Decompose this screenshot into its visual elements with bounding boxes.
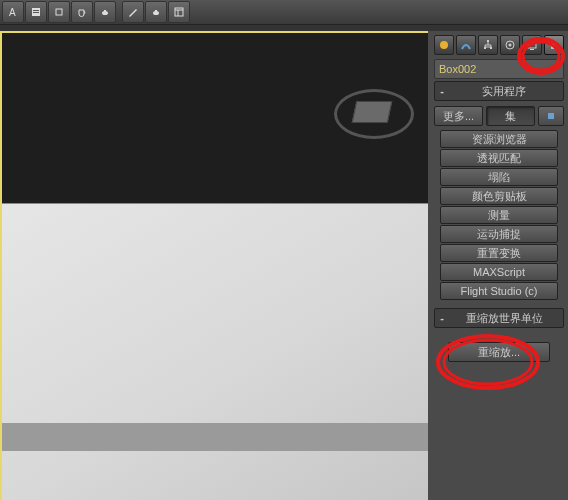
util-reset-xform[interactable]: 重置变换 bbox=[440, 244, 558, 262]
viewport[interactable] bbox=[0, 31, 428, 500]
svg-rect-9 bbox=[175, 8, 183, 16]
util-motion-capture[interactable]: 运动捕捉 bbox=[440, 225, 558, 243]
svg-rect-24 bbox=[530, 49, 534, 50]
rollup-utilities-label: 实用程序 bbox=[447, 84, 561, 99]
toolbar-cup-icon[interactable] bbox=[71, 1, 93, 23]
svg-rect-13 bbox=[487, 40, 489, 42]
sets-button[interactable]: 集 bbox=[486, 106, 535, 126]
tab-motion-icon[interactable] bbox=[500, 35, 520, 55]
collapse-icon: - bbox=[437, 85, 447, 97]
svg-point-12 bbox=[440, 41, 448, 49]
svg-rect-8 bbox=[155, 10, 157, 12]
svg-rect-2 bbox=[33, 10, 39, 11]
util-asset-browser[interactable]: 资源浏览器 bbox=[440, 130, 558, 148]
rollup-utilities-header[interactable]: - 实用程序 bbox=[434, 81, 564, 101]
toolbar-teapot-icon[interactable] bbox=[94, 1, 116, 23]
toolbar-panel-icon[interactable] bbox=[168, 1, 190, 23]
viewcube[interactable] bbox=[334, 89, 408, 139]
svg-rect-23 bbox=[528, 42, 536, 48]
tab-modify-icon[interactable] bbox=[456, 35, 476, 55]
svg-rect-6 bbox=[104, 10, 106, 12]
tab-hierarchy-icon[interactable] bbox=[478, 35, 498, 55]
collapse-icon: - bbox=[437, 312, 447, 324]
util-flight-studio[interactable]: Flight Studio (c) bbox=[440, 282, 558, 300]
toolbar-pen-icon[interactable] bbox=[122, 1, 144, 23]
rollup-rescale-header[interactable]: - 重缩放世界单位 bbox=[434, 308, 564, 328]
viewport-geometry bbox=[2, 203, 428, 500]
tab-create-icon[interactable] bbox=[434, 35, 454, 55]
toolbar-text-icon[interactable]: A bbox=[2, 1, 24, 23]
main-toolbar: A bbox=[0, 0, 568, 25]
util-maxscript[interactable]: MAXScript bbox=[440, 263, 558, 281]
svg-rect-25 bbox=[548, 113, 554, 119]
svg-rect-3 bbox=[33, 12, 39, 13]
configure-button[interactable] bbox=[538, 106, 564, 126]
util-color-clipboard[interactable]: 颜色剪贴板 bbox=[440, 187, 558, 205]
svg-rect-4 bbox=[56, 9, 62, 15]
geometry-band bbox=[2, 423, 428, 451]
toolbar-script-icon[interactable] bbox=[25, 1, 47, 23]
toolbar-teapot2-icon[interactable] bbox=[145, 1, 167, 23]
object-name-field[interactable]: Box002 bbox=[434, 59, 564, 79]
rescale-button[interactable]: 重缩放... bbox=[448, 342, 550, 362]
util-measure[interactable]: 测量 bbox=[440, 206, 558, 224]
more-button[interactable]: 更多... bbox=[434, 106, 483, 126]
geometry-edge bbox=[2, 203, 428, 204]
util-perspective-match[interactable]: 透视匹配 bbox=[440, 149, 558, 167]
svg-text:A: A bbox=[9, 7, 16, 18]
rollup-rescale-label: 重缩放世界单位 bbox=[447, 311, 561, 326]
command-panel-tabs bbox=[434, 33, 564, 57]
tab-utilities-icon[interactable] bbox=[544, 35, 564, 55]
utilities-list: 资源浏览器 透视匹配 塌陷 颜色剪贴板 测量 运动捕捉 重置变换 MAXScri… bbox=[434, 130, 564, 300]
util-collapse[interactable]: 塌陷 bbox=[440, 168, 558, 186]
command-panel: Box002 - 实用程序 更多... 集 资源浏览器 透视匹配 塌陷 颜色剪贴… bbox=[428, 31, 568, 500]
toolbar-box-icon[interactable] bbox=[48, 1, 70, 23]
tab-display-icon[interactable] bbox=[522, 35, 542, 55]
svg-point-22 bbox=[509, 44, 512, 47]
